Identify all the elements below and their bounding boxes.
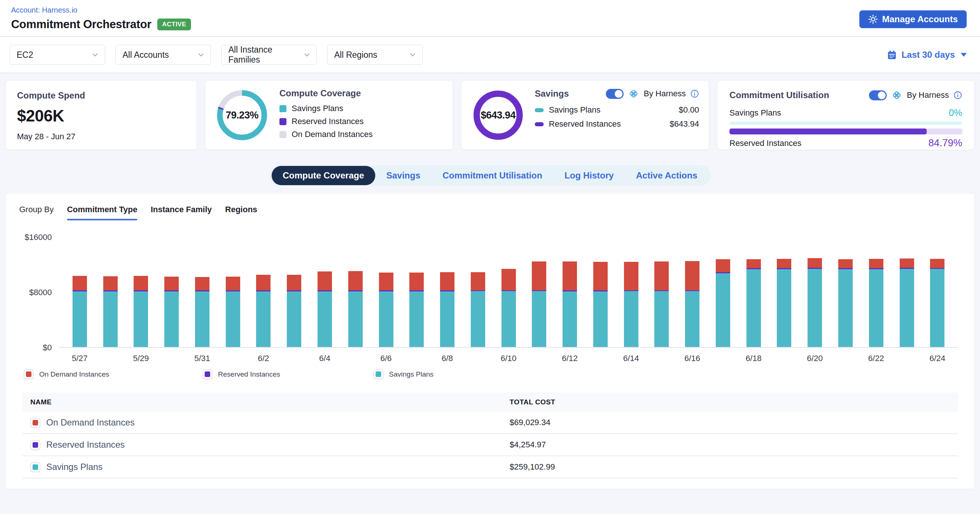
bar-segment <box>471 291 485 347</box>
tab-commitment-utilisation[interactable]: Commitment Utilisation <box>431 166 553 185</box>
bar-segment <box>409 291 424 347</box>
legend-swatch <box>30 418 40 428</box>
manage-accounts-button[interactable]: Manage Accounts <box>859 10 967 28</box>
stacked-bar[interactable] <box>930 259 945 347</box>
bar-slot: 6/24 <box>922 237 953 347</box>
group-by-instance-family[interactable]: Instance Family <box>151 204 212 220</box>
stacked-bar[interactable] <box>746 259 761 347</box>
y-tick: $0 <box>43 343 52 353</box>
x-tick: 6/4 <box>319 354 331 363</box>
stacked-bar[interactable] <box>440 272 455 347</box>
stacked-bar[interactable] <box>134 276 148 347</box>
calendar-icon <box>887 49 897 60</box>
row-name: Reserved Instances <box>46 440 125 450</box>
stacked-bar[interactable] <box>563 262 577 347</box>
stacked-bar[interactable] <box>808 258 822 347</box>
stacked-bar[interactable] <box>900 259 914 347</box>
y-tick: $16000 <box>25 233 52 242</box>
info-icon[interactable] <box>690 89 699 98</box>
group-by-label: Group By <box>19 204 54 214</box>
stacked-bar[interactable] <box>379 273 393 347</box>
x-tick: 6/12 <box>562 354 578 363</box>
bar-segment <box>195 291 210 347</box>
stacked-bar[interactable] <box>348 271 363 347</box>
bar-slot <box>769 237 800 347</box>
regions-select[interactable]: All Regions <box>327 45 423 65</box>
bar-segment <box>930 269 945 347</box>
by-harness-toggle[interactable] <box>606 89 624 99</box>
stacked-bar[interactable] <box>532 262 546 347</box>
x-tick: 6/22 <box>868 354 884 363</box>
bar-segment <box>746 259 761 268</box>
group-by-regions[interactable]: Regions <box>225 204 257 220</box>
accounts-select[interactable]: All Accounts <box>116 45 211 65</box>
by-harness-toggle[interactable] <box>869 90 887 101</box>
bar-segment <box>226 291 240 347</box>
legend-swatch <box>535 108 544 112</box>
stacked-bar[interactable] <box>777 259 791 347</box>
savings-row-value: $0.00 <box>679 105 699 115</box>
stacked-bar[interactable] <box>287 275 301 347</box>
stacked-bar[interactable] <box>73 276 87 347</box>
account-breadcrumb-link[interactable]: Account: Harness.io <box>11 6 77 14</box>
info-icon[interactable] <box>953 91 962 100</box>
bar-segment <box>379 273 393 291</box>
stacked-bar[interactable] <box>869 259 883 347</box>
stacked-bar[interactable] <box>256 275 270 347</box>
tab-savings[interactable]: Savings <box>375 166 431 185</box>
bar-segment <box>685 291 700 347</box>
stacked-bar[interactable] <box>318 271 332 347</box>
table-row[interactable]: Savings Plans $259,102.99 <box>22 456 958 479</box>
date-range-picker[interactable]: Last 30 days <box>887 49 967 60</box>
legend-item: On Demand Instances <box>24 369 109 379</box>
stacked-bar[interactable] <box>593 262 608 347</box>
bar-segment <box>777 259 791 268</box>
tab-log-history[interactable]: Log History <box>553 166 625 185</box>
bar-slot: 6/20 <box>799 237 830 347</box>
legend-label: On Demand Instances <box>39 370 109 378</box>
x-tick: 6/24 <box>929 354 945 363</box>
x-tick: 6/2 <box>258 354 269 363</box>
stacked-bar[interactable] <box>195 277 210 347</box>
tab-active-actions[interactable]: Active Actions <box>625 166 708 185</box>
tab-compute-coverage[interactable]: Compute Coverage <box>272 166 375 185</box>
y-tick: $8000 <box>29 288 52 297</box>
bar-slot: 6/10 <box>493 237 524 347</box>
stacked-bar[interactable] <box>409 273 424 347</box>
table-row[interactable]: Reserved Instances $4,254.97 <box>22 434 958 456</box>
bar-slot: 6/2 <box>248 237 279 347</box>
bar-segment <box>654 262 669 290</box>
stacked-bar[interactable] <box>226 277 240 347</box>
group-by-commitment-type[interactable]: Commitment Type <box>67 204 137 220</box>
table-header: NAME TOTAL COST <box>22 393 958 412</box>
stacked-bar[interactable] <box>501 269 516 347</box>
stacked-bar[interactable] <box>654 262 669 347</box>
table-row[interactable]: On Demand Instances $69,029.34 <box>22 412 958 434</box>
gear-icon <box>868 14 878 24</box>
x-tick: 6/20 <box>807 354 823 363</box>
chevron-down-icon <box>410 53 415 57</box>
stacked-bar[interactable] <box>716 259 730 347</box>
bar-segment <box>838 259 853 268</box>
legend-label: Reserved Instances <box>218 370 280 378</box>
stacked-bar[interactable] <box>624 262 638 347</box>
stacked-bar[interactable] <box>685 261 700 347</box>
bar-slot <box>401 237 432 347</box>
bar-slot: 6/6 <box>371 237 401 347</box>
instance-families-select[interactable]: All Instance Families <box>221 45 317 65</box>
bar-segment <box>930 259 945 268</box>
bar-segment <box>777 269 791 347</box>
legend-swatch <box>279 131 286 138</box>
stacked-bar[interactable] <box>103 276 118 347</box>
stacked-bar[interactable] <box>164 277 179 347</box>
stacked-bar[interactable] <box>838 259 853 347</box>
stacked-bar[interactable] <box>471 272 485 347</box>
legend-item: Reserved Instances <box>279 117 373 126</box>
instance-families-select-value: All Instance Families <box>228 45 304 65</box>
service-select[interactable]: EC2 <box>10 45 105 65</box>
bar-segment <box>256 275 270 291</box>
accounts-select-value: All Accounts <box>123 50 169 60</box>
utilisation-percent: 84.79% <box>928 137 962 149</box>
filter-bar: EC2 All Accounts All Instance Families A… <box>0 37 980 73</box>
bar-segment <box>746 269 761 347</box>
